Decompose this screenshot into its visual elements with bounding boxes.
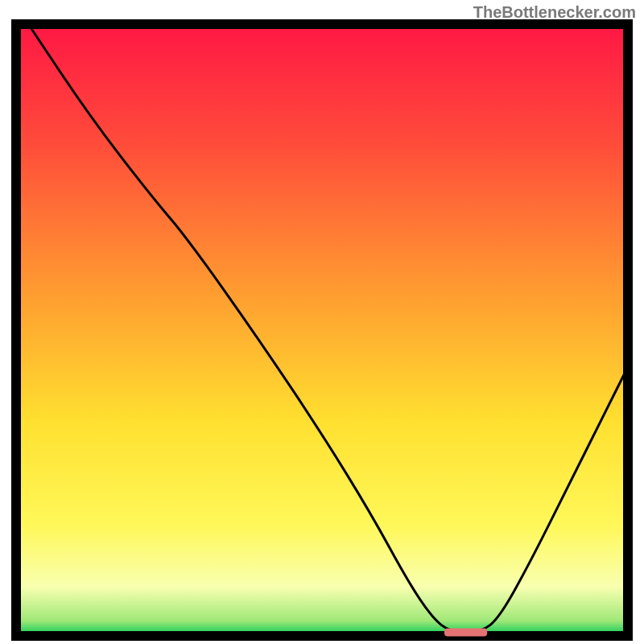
chart-svg (0, 0, 644, 644)
chart-container: TheBottlenecker.com (0, 0, 644, 644)
plot-background (16, 24, 628, 636)
optimal-range-marker (444, 628, 487, 636)
attribution-text: TheBottlenecker.com (473, 3, 636, 22)
